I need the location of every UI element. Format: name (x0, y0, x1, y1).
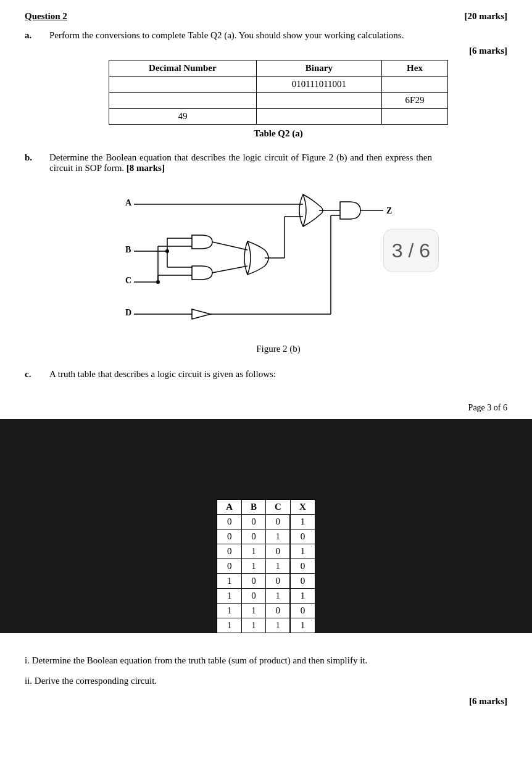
part-c-marks: [6 marks] (469, 696, 507, 706)
figure-2b-caption: Figure 2 (b) (256, 344, 301, 354)
page-number: Page 3 of 6 (468, 403, 507, 412)
marks-total: [20 marks] (464, 11, 507, 22)
table-row: 1100 (217, 604, 315, 618)
score-badge: 3 / 6 (383, 229, 439, 272)
table-row: 0010 (217, 529, 315, 544)
table-row: 1111 (217, 618, 315, 633)
col-decimal: Decimal Number (109, 60, 257, 77)
table-row: 010111011001 (109, 77, 448, 93)
part-a-label: a. (25, 30, 31, 40)
question-title: Question 2 (25, 11, 67, 22)
part-c-text: A truth table that describes a logic cir… (49, 369, 507, 380)
col-x: X (290, 500, 315, 515)
truth-table-section: A B C X 00010010010101101000101111001111 (0, 462, 532, 633)
sub-ii-text: ii. Derive the corresponding circuit. (25, 676, 507, 686)
table-row: 1011 (217, 589, 315, 604)
svg-line-20 (212, 266, 247, 273)
part-b-text: Determine the Boolean equation that desc… (49, 152, 432, 173)
svg-text:D: D (125, 308, 131, 317)
table-row: 49 (109, 109, 448, 125)
table-row: 0110 (217, 559, 315, 574)
truth-table: A B C X 00010010010101101000101111001111 (217, 499, 315, 633)
sub-i-text: i. Determine the Boolean equation from t… (25, 655, 507, 666)
table-row: 0001 (217, 515, 315, 529)
part-c-label: c. (25, 369, 31, 379)
col-a: A (217, 500, 242, 515)
conversion-table: Decimal Number Binary Hex 010111011001 (109, 60, 448, 125)
part-b-marks: [8 marks] (127, 163, 165, 173)
dark-bar (0, 419, 532, 456)
bottom-text-section: i. Determine the Boolean equation from t… (0, 646, 532, 716)
table-row: 1000 (217, 574, 315, 589)
col-c: C (266, 500, 291, 515)
table-row: 6F29 (109, 93, 448, 109)
table-row: 0101 (217, 544, 315, 559)
logic-circuit-figure: A B C D (112, 180, 445, 340)
part-a-marks: [6 marks] (469, 46, 507, 56)
svg-text:Z: Z (386, 206, 392, 215)
svg-text:B: B (125, 245, 131, 254)
col-b: B (242, 500, 266, 515)
table-caption: Table Q2 (a) (254, 128, 302, 138)
svg-text:C: C (125, 276, 131, 285)
svg-line-19 (212, 242, 247, 250)
svg-text:A: A (125, 198, 132, 207)
part-b-label: b. (25, 152, 32, 162)
part-a-text: Perform the conversions to complete Tabl… (49, 30, 507, 41)
col-binary: Binary (256, 60, 381, 77)
col-hex: Hex (382, 60, 448, 77)
